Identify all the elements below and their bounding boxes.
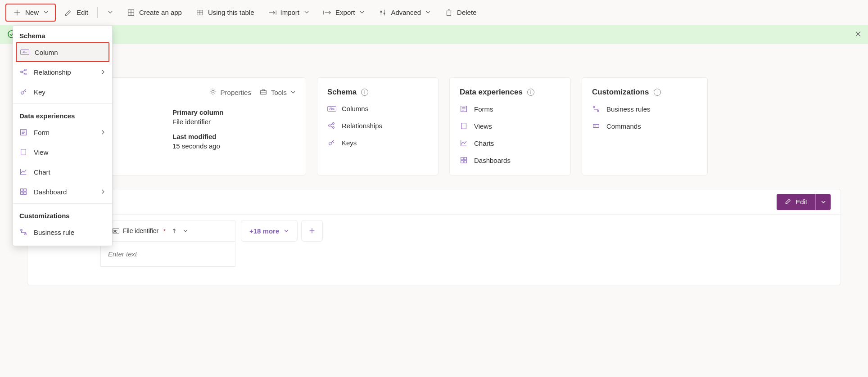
chevron-down-icon[interactable] bbox=[183, 227, 188, 235]
link-label: Business rules bbox=[606, 105, 651, 113]
create-app-button[interactable]: Create an app bbox=[121, 4, 187, 22]
edit-main-button[interactable]: Edit bbox=[777, 194, 815, 210]
key-icon bbox=[19, 88, 28, 96]
svg-rect-68 bbox=[464, 161, 466, 163]
svg-rect-66 bbox=[464, 157, 466, 160]
info-icon[interactable]: i bbox=[654, 89, 661, 96]
menu-item-key[interactable]: Key bbox=[13, 82, 112, 102]
last-modified-label: Last modified bbox=[172, 133, 223, 140]
menu-item-chart[interactable]: Chart bbox=[13, 162, 112, 182]
create-app-label: Create an app bbox=[139, 9, 182, 16]
svg-rect-16 bbox=[447, 11, 451, 15]
chart-icon bbox=[460, 139, 469, 147]
info-icon[interactable]: i bbox=[527, 89, 534, 96]
svg-point-45 bbox=[212, 90, 214, 93]
last-modified-value: 15 seconds ago bbox=[172, 142, 223, 150]
link-label: Views bbox=[474, 122, 492, 130]
menu-divider bbox=[13, 103, 112, 104]
menu-item-business-rule[interactable]: Business rule bbox=[13, 222, 112, 242]
menu-item-form[interactable]: Form bbox=[13, 122, 112, 142]
close-icon[interactable] bbox=[854, 31, 862, 39]
key-icon bbox=[327, 139, 336, 147]
data-experiences-card: Data experiences i Forms Views bbox=[449, 77, 571, 175]
more-columns-button[interactable]: +18 more bbox=[241, 220, 298, 242]
menu-item-view[interactable]: View bbox=[13, 142, 112, 162]
columns-link[interactable]: Abc Columns bbox=[327, 105, 428, 112]
link-label: Columns bbox=[342, 105, 368, 112]
pencil-icon bbox=[64, 8, 73, 17]
export-label: Export bbox=[335, 9, 355, 16]
edit-button-label: Edit bbox=[77, 9, 88, 16]
trash-icon bbox=[444, 8, 453, 17]
svg-rect-36 bbox=[21, 149, 26, 155]
success-banner bbox=[0, 25, 868, 44]
svg-rect-67 bbox=[461, 161, 463, 163]
advanced-button[interactable]: Advanced bbox=[373, 4, 436, 22]
menu-item-label: View bbox=[34, 148, 106, 156]
svg-point-52 bbox=[333, 127, 335, 129]
svg-line-31 bbox=[25, 90, 26, 92]
views-link[interactable]: Views bbox=[460, 122, 561, 130]
edit-button[interactable]: Edit bbox=[59, 4, 94, 22]
separator bbox=[97, 7, 98, 18]
page-content: pboxFiles Properties Tools bbox=[0, 54, 868, 285]
column-header-file-identifier[interactable]: Abc File identifier * bbox=[100, 220, 235, 242]
dashboards-link[interactable]: Dashboards bbox=[460, 156, 561, 164]
commands-link[interactable]: Commands bbox=[592, 122, 697, 130]
menu-item-label: Relationship bbox=[34, 68, 95, 76]
info-icon[interactable]: i bbox=[361, 89, 368, 96]
svg-point-51 bbox=[333, 123, 335, 125]
command-bar: New Edit Create an app Using this table … bbox=[0, 0, 868, 25]
link-label: Dashboards bbox=[474, 157, 511, 164]
delete-button[interactable]: Delete bbox=[439, 4, 482, 22]
chevron-down-icon bbox=[425, 9, 431, 16]
import-button[interactable]: Import bbox=[262, 4, 315, 22]
link-label: Commands bbox=[606, 122, 641, 130]
pencil-icon bbox=[785, 197, 792, 206]
primary-column-label: Primary column bbox=[172, 108, 223, 116]
properties-button[interactable]: Properties bbox=[209, 88, 251, 97]
chevron-down-icon bbox=[290, 89, 296, 96]
link-label: Keys bbox=[342, 139, 357, 147]
table-icon bbox=[195, 8, 204, 17]
edit-chevron-button[interactable] bbox=[815, 194, 831, 210]
menu-section-customizations: Customizations bbox=[13, 206, 112, 222]
new-button[interactable]: New bbox=[5, 4, 56, 22]
delete-label: Delete bbox=[457, 9, 476, 16]
menu-item-relationship[interactable]: Relationship bbox=[13, 62, 112, 82]
new-menu: Schema Abc Column Relationship Key Data … bbox=[13, 25, 113, 246]
cust-card-title: Customizations bbox=[592, 88, 649, 97]
export-button[interactable]: Export bbox=[317, 4, 370, 22]
rule-icon bbox=[19, 228, 28, 236]
relationships-link[interactable]: Relationships bbox=[327, 121, 428, 130]
menu-item-label: Column bbox=[35, 49, 105, 56]
menu-divider bbox=[13, 203, 112, 204]
cell-input[interactable] bbox=[107, 250, 229, 258]
charts-link[interactable]: Charts bbox=[460, 139, 561, 147]
gear-icon bbox=[209, 88, 217, 97]
forms-link[interactable]: Forms bbox=[460, 105, 561, 113]
svg-line-30 bbox=[23, 90, 26, 92]
schema-card: Schema i Abc Columns Relationships bbox=[317, 77, 439, 175]
chevron-down-icon bbox=[284, 227, 289, 235]
svg-point-44 bbox=[25, 233, 27, 235]
svg-line-53 bbox=[330, 124, 332, 125]
primary-column-value: File identifier bbox=[172, 118, 223, 126]
menu-item-column[interactable]: Abc Column bbox=[16, 42, 109, 62]
svg-line-28 bbox=[22, 72, 24, 74]
customizations-card: Customizations i Business rules Commands bbox=[582, 77, 708, 175]
svg-rect-71 bbox=[593, 124, 599, 127]
new-button-label: New bbox=[25, 9, 39, 16]
tools-button[interactable]: Tools bbox=[259, 88, 296, 97]
add-column-button[interactable] bbox=[301, 220, 323, 242]
svg-point-24 bbox=[21, 71, 23, 73]
svg-rect-42 bbox=[24, 192, 26, 194]
svg-line-56 bbox=[331, 140, 334, 143]
chevron-down-icon bbox=[304, 9, 309, 16]
svg-point-70 bbox=[597, 110, 599, 112]
edit-chevron[interactable] bbox=[101, 4, 118, 22]
keys-link[interactable]: Keys bbox=[327, 139, 428, 147]
menu-item-dashboard[interactable]: Dashboard bbox=[13, 182, 112, 202]
using-table-button[interactable]: Using this table bbox=[190, 4, 260, 22]
business-rules-link[interactable]: Business rules bbox=[592, 105, 697, 113]
